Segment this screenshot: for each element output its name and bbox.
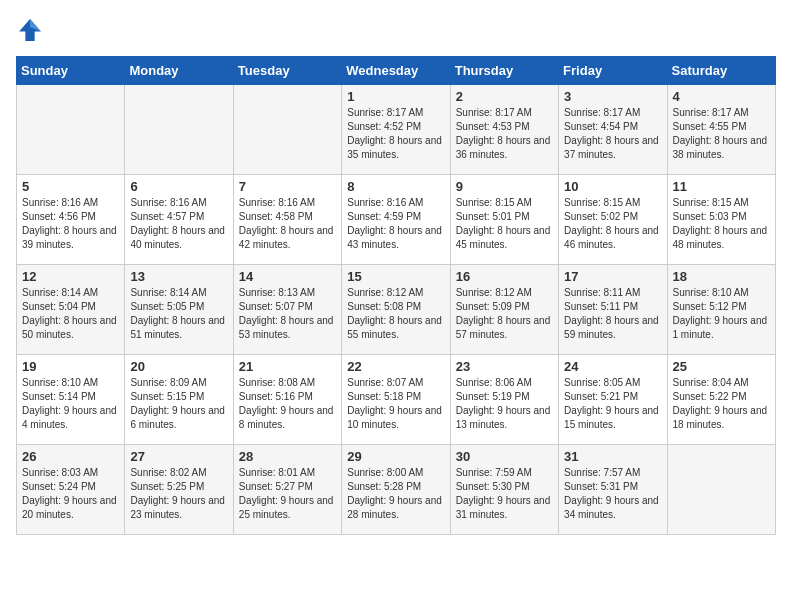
day-info: Sunrise: 8:07 AMSunset: 5:18 PMDaylight:…	[347, 376, 444, 432]
calendar-cell: 22Sunrise: 8:07 AMSunset: 5:18 PMDayligh…	[342, 355, 450, 445]
calendar-cell: 12Sunrise: 8:14 AMSunset: 5:04 PMDayligh…	[17, 265, 125, 355]
calendar-cell: 28Sunrise: 8:01 AMSunset: 5:27 PMDayligh…	[233, 445, 341, 535]
day-info: Sunrise: 8:03 AMSunset: 5:24 PMDaylight:…	[22, 466, 119, 522]
calendar-week-row: 19Sunrise: 8:10 AMSunset: 5:14 PMDayligh…	[17, 355, 776, 445]
calendar-cell: 31Sunrise: 7:57 AMSunset: 5:31 PMDayligh…	[559, 445, 667, 535]
calendar-cell: 29Sunrise: 8:00 AMSunset: 5:28 PMDayligh…	[342, 445, 450, 535]
day-info: Sunrise: 8:06 AMSunset: 5:19 PMDaylight:…	[456, 376, 553, 432]
day-info: Sunrise: 8:15 AMSunset: 5:01 PMDaylight:…	[456, 196, 553, 252]
day-number: 13	[130, 269, 227, 284]
day-info: Sunrise: 8:16 AMSunset: 4:56 PMDaylight:…	[22, 196, 119, 252]
weekday-header-tuesday: Tuesday	[233, 57, 341, 85]
day-number: 4	[673, 89, 770, 104]
calendar-cell: 25Sunrise: 8:04 AMSunset: 5:22 PMDayligh…	[667, 355, 775, 445]
calendar-cell: 16Sunrise: 8:12 AMSunset: 5:09 PMDayligh…	[450, 265, 558, 355]
day-info: Sunrise: 8:14 AMSunset: 5:04 PMDaylight:…	[22, 286, 119, 342]
day-info: Sunrise: 8:16 AMSunset: 4:57 PMDaylight:…	[130, 196, 227, 252]
day-number: 11	[673, 179, 770, 194]
day-info: Sunrise: 8:17 AMSunset: 4:54 PMDaylight:…	[564, 106, 661, 162]
day-number: 28	[239, 449, 336, 464]
day-info: Sunrise: 8:10 AMSunset: 5:12 PMDaylight:…	[673, 286, 770, 342]
day-number: 29	[347, 449, 444, 464]
calendar-cell: 1Sunrise: 8:17 AMSunset: 4:52 PMDaylight…	[342, 85, 450, 175]
weekday-header-wednesday: Wednesday	[342, 57, 450, 85]
day-info: Sunrise: 8:09 AMSunset: 5:15 PMDaylight:…	[130, 376, 227, 432]
calendar-cell: 7Sunrise: 8:16 AMSunset: 4:58 PMDaylight…	[233, 175, 341, 265]
calendar-cell: 5Sunrise: 8:16 AMSunset: 4:56 PMDaylight…	[17, 175, 125, 265]
day-number: 25	[673, 359, 770, 374]
calendar-cell: 14Sunrise: 8:13 AMSunset: 5:07 PMDayligh…	[233, 265, 341, 355]
calendar-cell: 27Sunrise: 8:02 AMSunset: 5:25 PMDayligh…	[125, 445, 233, 535]
calendar-week-row: 12Sunrise: 8:14 AMSunset: 5:04 PMDayligh…	[17, 265, 776, 355]
day-number: 16	[456, 269, 553, 284]
day-info: Sunrise: 8:17 AMSunset: 4:55 PMDaylight:…	[673, 106, 770, 162]
day-number: 9	[456, 179, 553, 194]
day-number: 14	[239, 269, 336, 284]
calendar-week-row: 1Sunrise: 8:17 AMSunset: 4:52 PMDaylight…	[17, 85, 776, 175]
weekday-header-sunday: Sunday	[17, 57, 125, 85]
day-number: 5	[22, 179, 119, 194]
day-info: Sunrise: 8:12 AMSunset: 5:08 PMDaylight:…	[347, 286, 444, 342]
day-info: Sunrise: 8:10 AMSunset: 5:14 PMDaylight:…	[22, 376, 119, 432]
day-info: Sunrise: 8:14 AMSunset: 5:05 PMDaylight:…	[130, 286, 227, 342]
calendar-cell: 6Sunrise: 8:16 AMSunset: 4:57 PMDaylight…	[125, 175, 233, 265]
day-info: Sunrise: 8:17 AMSunset: 4:52 PMDaylight:…	[347, 106, 444, 162]
day-number: 2	[456, 89, 553, 104]
weekday-header-friday: Friday	[559, 57, 667, 85]
calendar-cell: 21Sunrise: 8:08 AMSunset: 5:16 PMDayligh…	[233, 355, 341, 445]
day-number: 10	[564, 179, 661, 194]
day-info: Sunrise: 8:12 AMSunset: 5:09 PMDaylight:…	[456, 286, 553, 342]
day-number: 26	[22, 449, 119, 464]
calendar-cell: 15Sunrise: 8:12 AMSunset: 5:08 PMDayligh…	[342, 265, 450, 355]
day-number: 21	[239, 359, 336, 374]
day-info: Sunrise: 7:59 AMSunset: 5:30 PMDaylight:…	[456, 466, 553, 522]
calendar-cell: 17Sunrise: 8:11 AMSunset: 5:11 PMDayligh…	[559, 265, 667, 355]
day-info: Sunrise: 8:15 AMSunset: 5:03 PMDaylight:…	[673, 196, 770, 252]
page-header	[16, 16, 776, 44]
calendar-cell: 19Sunrise: 8:10 AMSunset: 5:14 PMDayligh…	[17, 355, 125, 445]
day-info: Sunrise: 8:01 AMSunset: 5:27 PMDaylight:…	[239, 466, 336, 522]
logo	[16, 16, 48, 44]
calendar-cell: 18Sunrise: 8:10 AMSunset: 5:12 PMDayligh…	[667, 265, 775, 355]
day-info: Sunrise: 8:16 AMSunset: 4:59 PMDaylight:…	[347, 196, 444, 252]
calendar-cell: 4Sunrise: 8:17 AMSunset: 4:55 PMDaylight…	[667, 85, 775, 175]
day-info: Sunrise: 8:02 AMSunset: 5:25 PMDaylight:…	[130, 466, 227, 522]
weekday-header-saturday: Saturday	[667, 57, 775, 85]
day-info: Sunrise: 7:57 AMSunset: 5:31 PMDaylight:…	[564, 466, 661, 522]
weekday-header-monday: Monday	[125, 57, 233, 85]
calendar-cell: 26Sunrise: 8:03 AMSunset: 5:24 PMDayligh…	[17, 445, 125, 535]
weekday-header-thursday: Thursday	[450, 57, 558, 85]
day-number: 17	[564, 269, 661, 284]
day-number: 30	[456, 449, 553, 464]
weekday-header-row: SundayMondayTuesdayWednesdayThursdayFrid…	[17, 57, 776, 85]
calendar-cell: 13Sunrise: 8:14 AMSunset: 5:05 PMDayligh…	[125, 265, 233, 355]
calendar-cell: 20Sunrise: 8:09 AMSunset: 5:15 PMDayligh…	[125, 355, 233, 445]
day-info: Sunrise: 8:11 AMSunset: 5:11 PMDaylight:…	[564, 286, 661, 342]
day-number: 12	[22, 269, 119, 284]
day-info: Sunrise: 8:15 AMSunset: 5:02 PMDaylight:…	[564, 196, 661, 252]
calendar-week-row: 26Sunrise: 8:03 AMSunset: 5:24 PMDayligh…	[17, 445, 776, 535]
calendar-cell	[125, 85, 233, 175]
day-number: 23	[456, 359, 553, 374]
calendar-cell	[233, 85, 341, 175]
day-info: Sunrise: 8:08 AMSunset: 5:16 PMDaylight:…	[239, 376, 336, 432]
day-info: Sunrise: 8:04 AMSunset: 5:22 PMDaylight:…	[673, 376, 770, 432]
calendar-cell: 23Sunrise: 8:06 AMSunset: 5:19 PMDayligh…	[450, 355, 558, 445]
calendar-cell	[17, 85, 125, 175]
day-number: 20	[130, 359, 227, 374]
calendar-cell: 3Sunrise: 8:17 AMSunset: 4:54 PMDaylight…	[559, 85, 667, 175]
day-info: Sunrise: 8:13 AMSunset: 5:07 PMDaylight:…	[239, 286, 336, 342]
calendar-cell	[667, 445, 775, 535]
day-info: Sunrise: 8:17 AMSunset: 4:53 PMDaylight:…	[456, 106, 553, 162]
day-number: 18	[673, 269, 770, 284]
day-number: 1	[347, 89, 444, 104]
day-number: 27	[130, 449, 227, 464]
day-number: 8	[347, 179, 444, 194]
calendar-table: SundayMondayTuesdayWednesdayThursdayFrid…	[16, 56, 776, 535]
day-number: 24	[564, 359, 661, 374]
calendar-cell: 24Sunrise: 8:05 AMSunset: 5:21 PMDayligh…	[559, 355, 667, 445]
day-info: Sunrise: 8:00 AMSunset: 5:28 PMDaylight:…	[347, 466, 444, 522]
day-number: 31	[564, 449, 661, 464]
day-number: 6	[130, 179, 227, 194]
calendar-cell: 8Sunrise: 8:16 AMSunset: 4:59 PMDaylight…	[342, 175, 450, 265]
